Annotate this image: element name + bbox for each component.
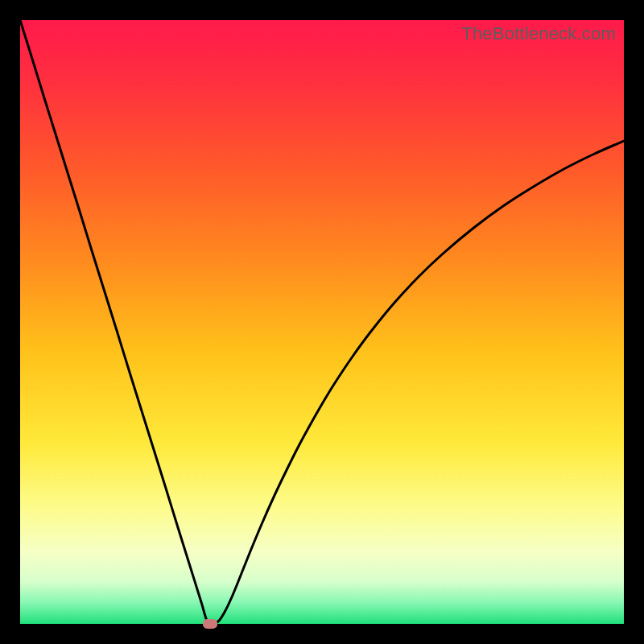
optimum-marker (203, 619, 217, 629)
watermark-text: TheBottleneck.com (461, 23, 616, 44)
chart-background (20, 20, 624, 624)
chart-plot (20, 20, 624, 624)
chart-frame: TheBottleneck.com (20, 20, 624, 624)
